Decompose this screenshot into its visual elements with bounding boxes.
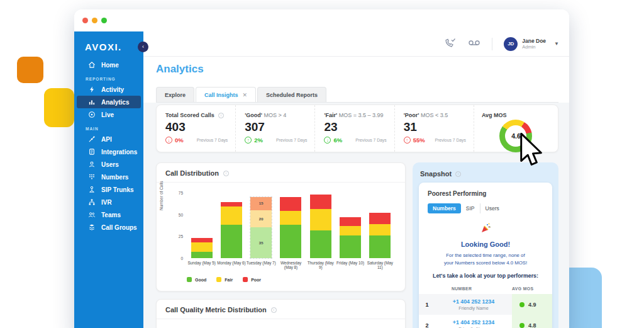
close-tab-icon[interactable]: ✕ <box>243 92 248 98</box>
bar-segment-fair[interactable] <box>221 206 242 225</box>
bar-segment-good[interactable] <box>191 252 213 258</box>
snapshot-tab-users[interactable]: Users <box>480 203 504 213</box>
chart-legend: GoodFairPoor <box>187 277 395 282</box>
sidebar-collapse-button[interactable]: ‹ <box>138 42 148 52</box>
sidebar-item-label: Analytics <box>101 99 129 106</box>
stats-summary-card: Total Scored Calls i 403 ↓ 0% Previous 7… <box>156 105 558 152</box>
screenshot-stage: AVOXI. HomeREPORTINGActivityAnalyticsLiv… <box>0 0 644 328</box>
decor-orange-square <box>17 57 43 83</box>
analytics-icon <box>88 98 96 106</box>
sidebar-item-api[interactable]: API <box>77 133 141 145</box>
bar-wednesday[interactable] <box>276 197 306 258</box>
phone-number-link[interactable]: +1 404 252 1234 <box>453 298 494 305</box>
tab-explore[interactable]: Explore <box>156 87 194 102</box>
call-quality-card: Call Quality Metric Distribution i <box>156 299 406 328</box>
arrow-down-icon: ↓ <box>165 137 172 144</box>
bar-sunday[interactable] <box>187 238 216 258</box>
bar-friday[interactable] <box>335 217 365 258</box>
arrow-up-icon: ↑ <box>245 137 252 144</box>
bar-segment-fair[interactable] <box>340 226 361 235</box>
bar-segment-fair[interactable]: 20 <box>250 210 272 228</box>
bar-segment-good[interactable] <box>310 230 331 258</box>
sidebar-item-numbers[interactable]: Numbers <box>77 171 141 183</box>
bar-segment-good[interactable] <box>280 225 301 258</box>
bar-segment-poor[interactable] <box>280 197 301 211</box>
bar-segment-poor[interactable] <box>369 213 391 224</box>
stat-value: 307 <box>245 120 307 134</box>
close-window-icon[interactable] <box>82 18 88 23</box>
sidebar-item-label: Integrations <box>101 149 137 156</box>
bar-segment-fair[interactable] <box>191 242 213 252</box>
info-icon[interactable]: i <box>455 171 461 177</box>
bar-segment-poor[interactable] <box>310 195 331 210</box>
bar-monday[interactable] <box>216 202 246 258</box>
period-label: Previous 7 Days <box>197 138 228 142</box>
bar-segment-fair[interactable] <box>280 211 301 225</box>
phone-number-link[interactable]: +1 404 252 1234 <box>453 319 494 325</box>
main-area: JD Jane Doe Admin ▼ Analytics Explore Ca… <box>143 31 569 328</box>
teams-icon <box>88 211 96 218</box>
snapshot-message: For the selected time range, none of you… <box>419 252 552 266</box>
bar-segment-good[interactable] <box>340 235 361 258</box>
call-distribution-title: Call Distribution <box>165 169 219 177</box>
bar-segment-fair[interactable] <box>310 209 331 230</box>
snapshot-panel: Snapshot i Poorest Performing Numbers SI… <box>413 162 558 328</box>
bar-segment-good[interactable]: 35 <box>250 227 272 258</box>
stat-avg-mos: Avg MOS 4.6 <box>474 105 558 152</box>
api-icon <box>88 135 96 143</box>
sidebar-item-home[interactable]: Home <box>77 59 141 71</box>
minimize-window-icon[interactable] <box>92 18 97 23</box>
delta-badge: ↓ 0% <box>165 137 184 144</box>
stat-value: 23 <box>324 120 386 134</box>
sidebar-item-label: SIP Trunks <box>101 186 134 193</box>
voicemail-icon[interactable] <box>468 38 480 50</box>
zoom-window-icon[interactable] <box>101 18 107 23</box>
bar-tuesday[interactable]: 152035 <box>247 197 276 258</box>
sidebar-item-analytics[interactable]: Analytics <box>77 96 141 108</box>
tab-scheduled-reports[interactable]: Scheduled Reports <box>257 87 326 102</box>
sidebar-section-label: MAIN <box>74 121 143 133</box>
bar-segment-poor[interactable] <box>221 202 242 206</box>
sidebar-item-teams[interactable]: Teams <box>77 208 141 221</box>
status-dot <box>519 302 525 307</box>
stat-value: 403 <box>165 120 228 134</box>
bar-segment-poor[interactable]: 15 <box>250 197 272 210</box>
table-row[interactable]: 1 +1 404 252 1234 Friendly Name 4.9 <box>419 294 552 315</box>
snapshot-tab-numbers[interactable]: Numbers <box>428 203 461 213</box>
bar-segment-poor[interactable] <box>340 217 361 226</box>
sidebar-item-live[interactable]: Live <box>77 108 141 121</box>
x-axis-tick-label: Monday (May 6) <box>216 261 246 269</box>
header-divider <box>492 38 492 50</box>
mouse-cursor <box>518 133 543 169</box>
call-distribution-chart: Number of Calls 152035 0255075 <box>187 193 395 258</box>
legend-swatch <box>243 277 248 282</box>
delta-badge: ↓ 6% <box>324 137 342 144</box>
table-row[interactable]: 2 +1 404 252 1234 Friendly Name 4.8 <box>419 315 552 328</box>
bar-segment-good[interactable] <box>221 225 242 258</box>
info-icon[interactable]: i <box>218 113 224 118</box>
bar-segment-good[interactable] <box>369 235 391 258</box>
y-axis-tick: 25 <box>179 234 183 239</box>
sidebar-item-ivr[interactable]: IVR <box>77 196 141 208</box>
snapshot-tab-sip[interactable]: SIP <box>461 203 480 213</box>
bar-thursday[interactable] <box>306 195 335 258</box>
tab-call-insights[interactable]: Call Insights ✕ <box>196 87 256 102</box>
avatar: JD <box>504 37 518 51</box>
sidebar-item-integrations[interactable]: Integrations <box>77 145 141 158</box>
sidebar-section-label: REPORTING <box>74 71 143 83</box>
user-menu[interactable]: JD Jane Doe Admin ▼ <box>504 37 559 51</box>
period-label: Previous 7 Days <box>276 138 308 142</box>
bar-segment-poor[interactable] <box>191 238 213 242</box>
sidebar-item-sip-trunks[interactable]: SIP Trunks <box>77 183 141 196</box>
sidebar-item-activity[interactable]: Activity <box>77 83 141 96</box>
info-icon[interactable]: i <box>223 171 229 176</box>
live-icon <box>88 111 96 118</box>
stat-poor-mos: 'Poor' MOS < 3.5 31 ↑ 55% Previous 7 Day… <box>395 105 474 152</box>
phone-check-icon[interactable] <box>444 38 457 50</box>
y-axis-tick: 75 <box>179 191 183 195</box>
sidebar-item-users[interactable]: Users <box>77 158 141 171</box>
sidebar-item-call-groups[interactable]: Call Groups <box>77 221 141 234</box>
info-icon[interactable]: i <box>271 307 277 313</box>
bar-segment-fair[interactable] <box>369 224 391 235</box>
bar-saturday[interactable] <box>365 213 395 258</box>
